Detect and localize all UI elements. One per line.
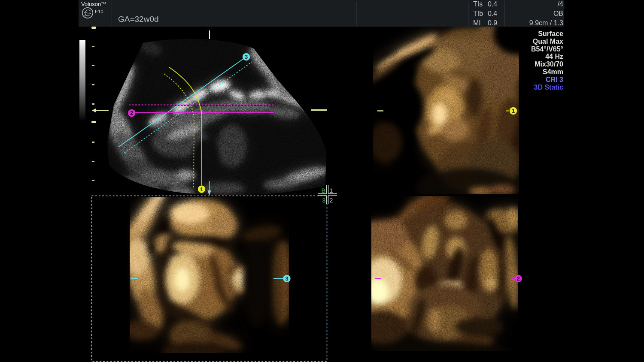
- svg-text:3: 3: [285, 275, 288, 282]
- svg-text:3: 3: [245, 54, 248, 60]
- svg-text:2: 2: [516, 275, 519, 282]
- svg-text:2: 2: [130, 110, 133, 116]
- svg-text:1: 1: [512, 108, 515, 114]
- svg-text:1: 1: [200, 186, 203, 193]
